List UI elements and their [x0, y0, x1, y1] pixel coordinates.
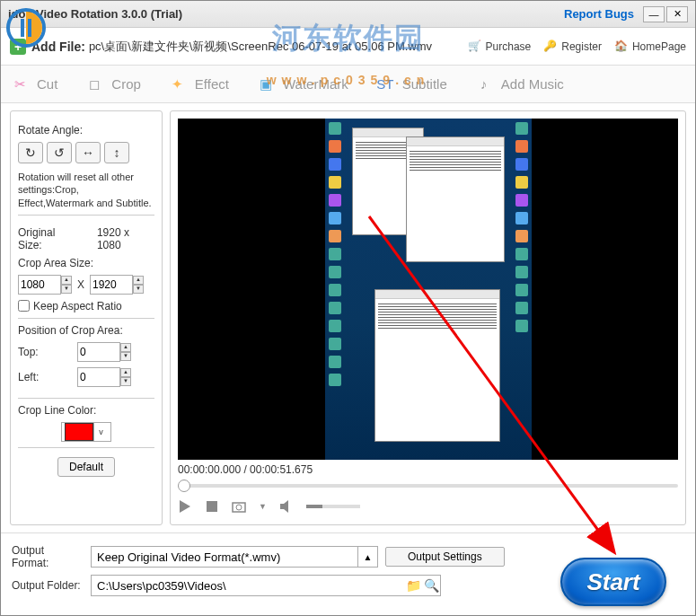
video-preview[interactable]: [178, 119, 678, 460]
tab-add-music[interactable]: ♪Add Music: [474, 75, 564, 94]
height-down[interactable]: ▼: [133, 285, 144, 294]
volume-slider[interactable]: [306, 505, 360, 508]
window-title: idoo Video Rotation 3.0.0 (Trial): [8, 7, 564, 21]
add-file-label: Add File:: [31, 40, 85, 54]
original-size-label: Original Size:: [18, 226, 80, 251]
report-bugs-link[interactable]: Report Bugs: [564, 7, 634, 21]
tab-watermark[interactable]: ▣WaterMark: [256, 75, 348, 94]
timecode: 00:00:00.000 / 00:00:51.675: [178, 463, 678, 476]
tab-effect[interactable]: ✦Effect: [168, 75, 229, 94]
subtitle-icon: ST: [375, 75, 395, 94]
open-folder-icon[interactable]: 🔍: [422, 578, 440, 593]
start-button[interactable]: Start: [560, 558, 666, 606]
keep-aspect-checkbox[interactable]: [18, 300, 30, 312]
snapshot-button[interactable]: [232, 499, 246, 514]
rotate-angle-label: Rotate Angle:: [18, 124, 154, 136]
rotate-ccw-button[interactable]: ↺: [47, 142, 72, 163]
output-format-input[interactable]: [92, 547, 357, 567]
left-up[interactable]: ▲: [120, 368, 131, 377]
svg-marker-7: [280, 500, 288, 513]
svg-rect-4: [207, 501, 217, 512]
color-dropdown[interactable]: v: [93, 423, 108, 441]
crop-position-label: Position of Crop Area:: [18, 324, 154, 337]
seek-thumb[interactable]: [178, 480, 190, 492]
height-up[interactable]: ▲: [133, 276, 144, 285]
titlebar: idoo Video Rotation 3.0.0 (Trial) Report…: [1, 1, 695, 28]
width-down[interactable]: ▼: [61, 285, 72, 294]
key-icon: 🔑: [543, 40, 558, 54]
keep-aspect-label: Keep Aspect Ratio: [33, 300, 122, 312]
preview-panel: 00:00:00.000 / 00:00:51.675 ▼: [170, 110, 686, 525]
cart-icon: 🛒: [468, 40, 482, 54]
watermark-icon: ▣: [256, 75, 276, 94]
tool-tabs: ✂Cut ◻Crop ✦Effect ▣WaterMark STSubtitle…: [1, 66, 695, 103]
top-up[interactable]: ▲: [120, 343, 131, 352]
color-swatch: [65, 423, 93, 441]
plus-icon: +: [10, 39, 26, 55]
format-dropdown-icon[interactable]: ▲: [357, 547, 377, 567]
left-down[interactable]: ▼: [120, 377, 131, 386]
register-link[interactable]: 🔑Register: [543, 40, 602, 54]
crop-height-input[interactable]: [90, 275, 133, 295]
rotate-note: Rotation will reset all other settings:C…: [18, 171, 154, 209]
tab-subtitle[interactable]: STSubtitle: [375, 75, 447, 94]
rotate-cw-button[interactable]: ↻: [18, 142, 43, 163]
snapshot-dropdown[interactable]: ▼: [259, 502, 267, 511]
default-button[interactable]: Default: [57, 457, 115, 477]
output-format-combo[interactable]: ▲: [91, 546, 378, 568]
play-button[interactable]: [178, 499, 192, 514]
browse-folder-icon[interactable]: 📁: [404, 578, 422, 593]
crop-width-input[interactable]: [18, 275, 61, 295]
music-icon: ♪: [474, 75, 494, 94]
settings-panel: Rotate Angle: ↻ ↺ ↔ ↕ Rotation will rese…: [10, 110, 163, 525]
scissors-icon: ✂: [10, 75, 30, 94]
star-icon: ✦: [168, 75, 188, 94]
color-selector[interactable]: v: [61, 422, 111, 442]
flip-horizontal-button[interactable]: ↔: [75, 142, 101, 163]
file-bar: + Add File: pc\桌面\新建文件夹\新视频\ScreenRec 06…: [1, 28, 695, 66]
output-folder-label: Output Folder:: [12, 579, 84, 592]
purchase-link[interactable]: 🛒Purchase: [468, 40, 532, 54]
output-format-label: Output Format:: [12, 544, 84, 569]
file-path: pc\桌面\新建文件夹\新视频\ScreenRec 06-07-19 at 05…: [89, 39, 432, 55]
stop-button[interactable]: [205, 499, 219, 514]
volume-icon[interactable]: [279, 499, 294, 514]
output-folder-input[interactable]: [92, 579, 404, 593]
top-down[interactable]: ▼: [120, 352, 131, 361]
crop-top-input[interactable]: [77, 342, 120, 362]
minimize-button[interactable]: —: [643, 6, 665, 22]
width-up[interactable]: ▲: [61, 276, 72, 285]
svg-marker-3: [180, 500, 190, 513]
homepage-link[interactable]: 🏠HomePage: [614, 40, 686, 54]
original-size-value: 1920 x 1080: [97, 226, 154, 251]
close-button[interactable]: ✕: [666, 6, 688, 22]
crop-left-input[interactable]: [77, 367, 120, 387]
crop-color-label: Crop Line Color:: [18, 404, 154, 417]
add-file-button[interactable]: + Add File:: [10, 39, 85, 55]
svg-point-6: [236, 505, 242, 510]
crop-icon: ◻: [84, 75, 104, 94]
output-settings-button[interactable]: Output Settings: [385, 547, 505, 567]
crop-area-label: Crop Area Size:: [18, 257, 154, 269]
tab-cut[interactable]: ✂Cut: [10, 75, 57, 94]
tab-crop[interactable]: ◻Crop: [84, 75, 141, 94]
flip-vertical-button[interactable]: ↕: [104, 142, 129, 163]
home-icon: 🏠: [614, 40, 629, 54]
seek-slider[interactable]: [178, 480, 678, 492]
